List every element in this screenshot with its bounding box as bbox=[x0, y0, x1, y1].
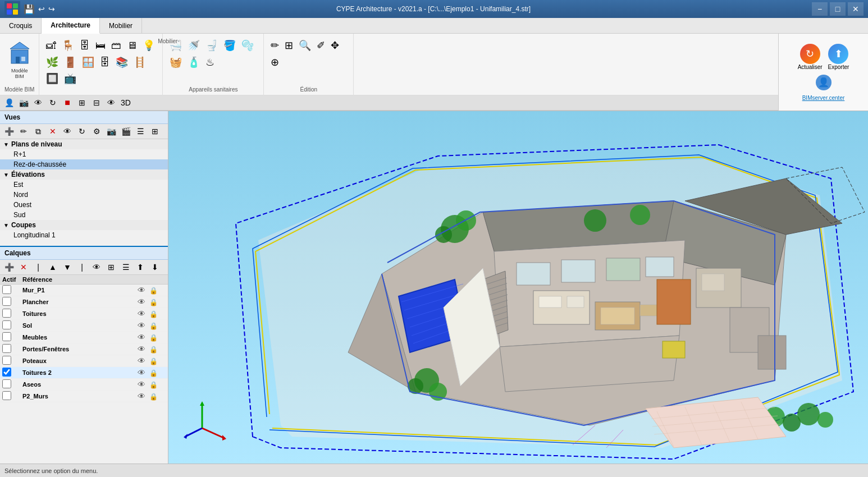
tree-item-nord[interactable]: Nord bbox=[0, 190, 168, 200]
layer-eye-toitures[interactable]: 👁 bbox=[138, 309, 145, 318]
tree-item-r1[interactable]: R+1 bbox=[0, 149, 168, 159]
tree-item-ouest[interactable]: Ouest bbox=[0, 200, 168, 210]
view-icon[interactable]: ⊟ bbox=[90, 97, 103, 109]
layer-lock-toitures[interactable]: 🔒 bbox=[149, 310, 158, 318]
layer-check-aseos[interactable] bbox=[2, 379, 11, 388]
camera2-view-icon[interactable]: 📷 bbox=[104, 125, 118, 137]
close-button[interactable]: ✕ bbox=[848, 2, 864, 16]
show-icon[interactable]: 👁 bbox=[104, 97, 118, 109]
layer-eye-mur-p1[interactable]: 👁 bbox=[138, 286, 145, 295]
edit-view-icon[interactable]: ✏ bbox=[17, 125, 30, 137]
door-button[interactable]: 🚪 bbox=[62, 55, 79, 71]
film-view-icon[interactable]: 🎬 bbox=[119, 125, 133, 137]
list2-layer-icon[interactable]: ☰ bbox=[119, 261, 133, 273]
layer-lock-plancher[interactable]: 🔒 bbox=[149, 299, 158, 306]
tree-group-coupes[interactable]: ▼ Coupes bbox=[0, 220, 168, 230]
layer-check-sol[interactable] bbox=[2, 320, 11, 329]
layer-check-toitures2[interactable] bbox=[2, 368, 11, 377]
red-square-icon[interactable]: ■ bbox=[61, 97, 74, 109]
layer-eye-p2murs[interactable]: 👁 bbox=[138, 392, 145, 401]
wash-button[interactable]: 🫧 bbox=[239, 38, 256, 54]
shelf-button[interactable]: 📚 bbox=[113, 55, 130, 71]
layer-eye-meubles[interactable]: 👁 bbox=[138, 333, 145, 342]
camera-icon[interactable]: 📷 bbox=[17, 97, 30, 109]
delete-view-icon[interactable]: ✕ bbox=[46, 125, 60, 137]
layer-check-p2murs[interactable] bbox=[2, 391, 11, 400]
wardrobe-button[interactable]: 🗄 bbox=[98, 55, 112, 71]
redo-icon[interactable]: ↪ bbox=[48, 4, 55, 13]
layer-eye-poteaux[interactable]: 👁 bbox=[138, 356, 145, 365]
tree-item-sud[interactable]: Sud bbox=[0, 210, 168, 220]
import-layer-icon[interactable]: ⬇ bbox=[148, 261, 162, 273]
layer-eye-toitures2[interactable]: 👁 bbox=[138, 368, 145, 377]
grid2-icon[interactable]: ⊞ bbox=[75, 97, 89, 109]
layer-lock-aseos[interactable]: 🔒 bbox=[149, 381, 158, 389]
settings-view-icon[interactable]: ⚙ bbox=[90, 125, 103, 137]
list-view-icon[interactable]: ☰ bbox=[134, 125, 147, 137]
layer-check-mur-p1[interactable] bbox=[2, 285, 11, 294]
move-button[interactable]: ✥ bbox=[328, 38, 341, 54]
save-icon[interactable]: 💾 bbox=[24, 4, 35, 15]
layer-check-poteaux[interactable] bbox=[2, 356, 11, 365]
tab-architecture[interactable]: Architecture bbox=[42, 18, 100, 34]
appliance-button[interactable]: 📺 bbox=[62, 71, 79, 87]
undo-icon[interactable]: ↩ bbox=[38, 4, 45, 13]
tree-item-longitudinal[interactable]: Longitudinal 1 bbox=[0, 230, 168, 240]
layer-lock-toitures2[interactable]: 🔒 bbox=[149, 369, 158, 377]
export-layer-icon[interactable]: ⬆ bbox=[134, 261, 147, 273]
heater-button[interactable]: ♨ bbox=[203, 55, 217, 71]
minimize-button[interactable]: − bbox=[812, 2, 828, 16]
bimserver-label[interactable]: BIMserver.center bbox=[802, 95, 845, 101]
grid4-layer-icon[interactable]: ⊞ bbox=[104, 261, 118, 273]
tree-group-plans[interactable]: ▼ Plans de niveau bbox=[0, 139, 168, 149]
edit-button[interactable]: ✐ bbox=[314, 38, 327, 54]
layer-lock-p2murs[interactable]: 🔒 bbox=[149, 393, 158, 401]
window-button[interactable]: 🪟 bbox=[80, 55, 97, 71]
cross-button[interactable]: ⊕ bbox=[268, 55, 281, 71]
armchair-button[interactable]: 🪑 bbox=[60, 38, 76, 54]
cabinet-button[interactable]: 🗃 bbox=[109, 38, 124, 54]
exporter-button[interactable]: ⬆ Exporter bbox=[828, 44, 849, 70]
sink2-button[interactable]: 🪣 bbox=[221, 38, 238, 54]
layer-check-plancher[interactable] bbox=[2, 297, 11, 306]
layer-eye-sol[interactable]: 👁 bbox=[138, 321, 145, 330]
eye3-layer-icon[interactable]: 👁 bbox=[90, 261, 103, 273]
radiator-button[interactable]: 🔲 bbox=[44, 71, 61, 87]
layer-check-meubles[interactable] bbox=[2, 332, 11, 341]
desk-button[interactable]: 🖥 bbox=[125, 38, 139, 54]
lamp-button[interactable]: 💡 bbox=[140, 38, 157, 54]
refresh-icon[interactable]: ↻ bbox=[46, 97, 60, 109]
down-layer-icon[interactable]: ▼ bbox=[61, 261, 74, 273]
shower-button[interactable]: 🚿 bbox=[185, 38, 202, 54]
zoom-button[interactable]: 🔍 bbox=[296, 38, 313, 54]
tree-group-elevations[interactable]: ▼ Élévations bbox=[0, 169, 168, 180]
layer-check-toitures[interactable] bbox=[2, 309, 11, 318]
eye2-view-icon[interactable]: 👁 bbox=[61, 125, 74, 137]
tab-croquis[interactable]: Croquis bbox=[0, 18, 42, 33]
pencil-button[interactable]: ✏ bbox=[268, 38, 281, 54]
up-layer-icon[interactable]: ▲ bbox=[46, 261, 60, 273]
3d-icon[interactable]: 3D bbox=[119, 97, 133, 109]
tab-mobilier[interactable]: Mobilier bbox=[100, 18, 142, 33]
plant-button[interactable]: 🌿 bbox=[44, 55, 61, 71]
dispenser-button[interactable]: 🧴 bbox=[185, 55, 202, 71]
bath-button[interactable]: 🛁 bbox=[167, 38, 184, 54]
person-icon[interactable]: 👤 bbox=[2, 97, 16, 109]
layer-eye-aseos[interactable]: 👁 bbox=[138, 380, 145, 389]
toilet-button[interactable]: 🚽 bbox=[203, 38, 220, 54]
modele-bim-button[interactable]: ModèleBIM bbox=[5, 39, 34, 81]
stair-button[interactable]: 🪜 bbox=[131, 55, 148, 71]
add-layer-icon[interactable]: ➕ bbox=[2, 261, 16, 273]
viewport[interactable] bbox=[168, 111, 868, 464]
layer-check-portes[interactable] bbox=[2, 344, 11, 353]
delete-layer-icon[interactable]: ✕ bbox=[17, 261, 30, 273]
add-view-icon[interactable]: ➕ bbox=[2, 125, 16, 137]
maximize-button[interactable]: □ bbox=[830, 2, 846, 16]
layer-lock-meubles[interactable]: 🔒 bbox=[149, 334, 158, 342]
grid3-view-icon[interactable]: ⊞ bbox=[148, 125, 162, 137]
eye-icon[interactable]: 👁 bbox=[31, 97, 45, 109]
table-button[interactable]: 🗄 bbox=[77, 38, 92, 54]
sofa-button[interactable]: 🛋 bbox=[44, 38, 58, 54]
bed-button[interactable]: 🛏 bbox=[93, 38, 108, 54]
layer-lock-poteaux[interactable]: 🔒 bbox=[149, 357, 158, 365]
